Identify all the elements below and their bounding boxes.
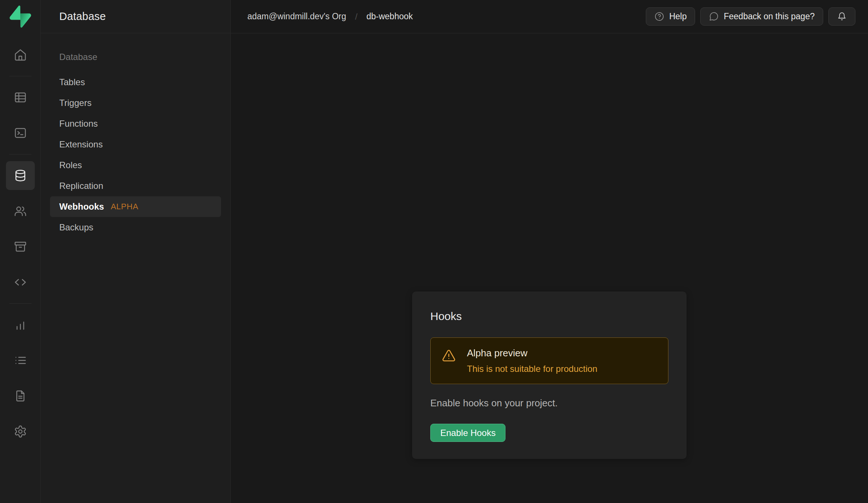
sidebar-item-label: Extensions	[59, 134, 103, 155]
sidebar-item-database[interactable]	[6, 161, 35, 190]
hooks-card-description: Enable hooks on your project.	[430, 397, 668, 409]
alert-title: Alpha preview	[467, 347, 597, 359]
sidebar-item-label: Replication	[59, 176, 103, 196]
sidebar-item-logs[interactable]	[6, 346, 35, 375]
feedback-button[interactable]: Feedback on this page?	[700, 7, 823, 26]
sidebar-item-docs[interactable]	[6, 382, 35, 410]
logs-icon	[14, 354, 27, 367]
enable-hooks-button[interactable]: Enable Hooks	[430, 424, 505, 442]
sidebar-header: Database	[41, 0, 230, 33]
icon-rail	[0, 0, 41, 503]
sidebar-menu: Database Tables Triggers Functions Exten…	[41, 33, 230, 238]
table-editor-icon	[14, 91, 27, 104]
feedback-button-label: Feedback on this page?	[724, 11, 815, 21]
reports-icon	[14, 318, 27, 332]
topbar: adam@windmill.dev's Org / db-webhook Hel…	[231, 0, 868, 33]
notifications-button[interactable]	[828, 7, 855, 26]
settings-icon	[14, 425, 27, 438]
main-area: adam@windmill.dev's Org / db-webhook Hel…	[231, 0, 868, 503]
alert-description: This is not suitable for production	[467, 364, 597, 374]
supabase-logo-link[interactable]	[0, 0, 40, 33]
sidebar-item-backups[interactable]: Backups	[50, 217, 221, 238]
topbar-actions: Help Feedback on this page?	[646, 7, 855, 26]
sidebar-section-label: Database	[41, 52, 230, 62]
alpha-preview-alert: Alpha preview This is not suitable for p…	[430, 337, 668, 384]
breadcrumb-project[interactable]: db-webhook	[366, 11, 413, 21]
hooks-card-title: Hooks	[430, 310, 668, 323]
home-icon	[14, 48, 27, 61]
hooks-card: Hooks Alpha preview This is not suitable…	[412, 292, 687, 459]
help-button[interactable]: Help	[646, 7, 695, 26]
sidebar-item-sql-editor[interactable]	[6, 119, 35, 147]
sidebar-item-label: Roles	[59, 155, 82, 176]
breadcrumb-separator: /	[355, 11, 358, 22]
sidebar-item-tables[interactable]: Tables	[50, 72, 221, 93]
authentication-icon	[14, 204, 27, 218]
database-icon	[14, 169, 27, 182]
sql-editor-icon	[14, 126, 27, 140]
app-shell: Database Database Tables Triggers Functi…	[0, 0, 868, 503]
sidebar-item-table-editor[interactable]	[6, 83, 35, 112]
sidebar-item-home[interactable]	[6, 40, 35, 69]
sidebar: Database Database Tables Triggers Functi…	[41, 0, 231, 503]
sidebar-item-storage[interactable]	[6, 232, 35, 261]
sidebar-item-label: Backups	[59, 217, 93, 238]
bell-icon	[837, 11, 847, 21]
sidebar-item-reports[interactable]	[6, 310, 35, 339]
alpha-badge: ALPHA	[111, 196, 138, 217]
supabase-logo-icon	[10, 6, 31, 28]
docs-icon	[14, 389, 27, 403]
sidebar-item-label: Webhooks	[59, 196, 104, 217]
sidebar-item-triggers[interactable]: Triggers	[50, 93, 221, 113]
sidebar-item-label: Tables	[59, 72, 85, 93]
sidebar-item-settings[interactable]	[6, 417, 35, 446]
sidebar-item-authentication[interactable]	[6, 197, 35, 226]
alert-text: Alpha preview This is not suitable for p…	[467, 347, 597, 374]
sidebar-item-extensions[interactable]: Extensions	[50, 134, 221, 155]
sidebar-item-replication[interactable]: Replication	[50, 176, 221, 196]
content-area: Hooks Alpha preview This is not suitable…	[231, 33, 868, 503]
sidebar-item-label: Triggers	[59, 93, 91, 113]
sidebar-item-roles[interactable]: Roles	[50, 155, 221, 176]
storage-icon	[14, 240, 27, 253]
sidebar-item-functions[interactable]: Functions	[50, 113, 221, 134]
rail-divider	[9, 303, 31, 304]
message-circle-icon	[709, 11, 719, 21]
sidebar-item-webhooks[interactable]: Webhooks ALPHA	[50, 196, 221, 217]
rail-divider	[9, 154, 31, 154]
breadcrumb-org[interactable]: adam@windmill.dev's Org	[247, 11, 346, 21]
help-circle-icon	[654, 11, 664, 21]
page-title: Database	[59, 10, 106, 23]
rail-nav	[6, 33, 35, 446]
sidebar-item-label: Functions	[59, 113, 98, 134]
help-button-label: Help	[669, 11, 687, 21]
edge-functions-icon	[14, 276, 27, 289]
rail-divider	[9, 76, 31, 76]
warning-triangle-icon	[442, 349, 456, 363]
sidebar-item-edge-functions[interactable]	[6, 268, 35, 297]
breadcrumb: adam@windmill.dev's Org / db-webhook	[247, 11, 413, 22]
